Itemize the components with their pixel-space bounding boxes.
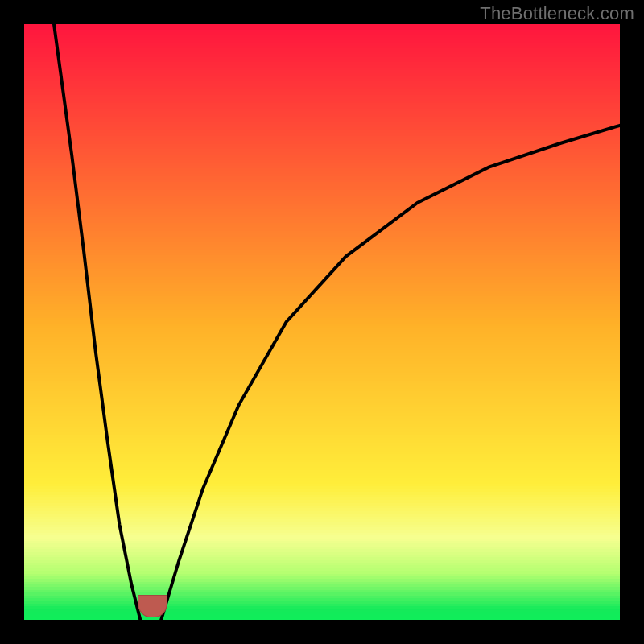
curve-layer [24, 24, 620, 620]
min-marker [138, 595, 167, 617]
curve-left-path [54, 24, 140, 620]
plot-area [24, 24, 620, 620]
watermark-text: TheBottleneck.com [480, 3, 634, 24]
curve-right-path [161, 126, 620, 620]
chart-root: TheBottleneck.com [0, 0, 644, 644]
